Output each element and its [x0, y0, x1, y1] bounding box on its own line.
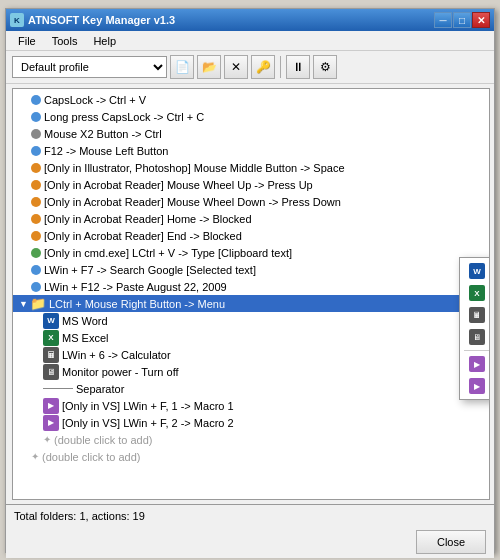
tree-row[interactable]: [Only in Acrobat Reader] Home -> Blocked	[13, 210, 489, 227]
settings-button[interactable]: ⚙	[313, 55, 337, 79]
app-icon: K	[10, 13, 24, 27]
ctx-macro2[interactable]: ▶ Macro 2	[460, 375, 489, 397]
delete-button[interactable]: ✕	[224, 55, 248, 79]
tree-row[interactable]: CapsLock -> Ctrl + V	[13, 91, 489, 108]
window-title: ATNSOFT Key Manager v1.3	[28, 14, 433, 26]
tree-row[interactable]: F12 -> Mouse Left Button	[13, 142, 489, 159]
macro2-icon: ▶	[468, 377, 486, 395]
excel-icon: X	[468, 284, 486, 302]
key-button[interactable]: 🔑	[251, 55, 275, 79]
tree-row-add-child[interactable]: ✦ (double click to add)	[13, 431, 489, 448]
status-text: Total folders: 1, actions: 19	[14, 510, 145, 522]
macro1-icon: ▶	[468, 355, 486, 373]
ctx-macro1[interactable]: ▶ Macro 1	[460, 353, 489, 375]
context-menu: W MS Word X MS Excel 🖩 Cal	[459, 257, 489, 400]
tree-row[interactable]: LWin + F7 -> Search Google [Selected tex…	[13, 261, 489, 278]
title-bar: K ATNSOFT Key Manager v1.3 ─ □ ✕	[6, 9, 494, 31]
open-button[interactable]: 📂	[197, 55, 221, 79]
ctx-ms-word[interactable]: W MS Word	[460, 260, 489, 282]
tree-row[interactable]: LWin + F12 -> Paste August 22, 2009	[13, 278, 489, 295]
tree-row-folder[interactable]: ▼ 📁 LCtrl + Mouse Right Button -> Menu	[13, 295, 489, 312]
new-button[interactable]: 📄	[170, 55, 194, 79]
toolbar-separator	[280, 56, 281, 78]
menu-tools[interactable]: Tools	[44, 33, 86, 49]
tree-row[interactable]: Long press CapsLock -> Ctrl + C	[13, 108, 489, 125]
ctx-separator	[464, 350, 489, 351]
tree-row[interactable]: [Only in Acrobat Reader] Mouse Wheel Up …	[13, 176, 489, 193]
menu-help[interactable]: Help	[85, 33, 124, 49]
profile-select[interactable]: Default profile	[12, 56, 167, 78]
main-area: CapsLock -> Ctrl + V Long press CapsLock…	[6, 84, 494, 504]
tree-row[interactable]: [Only in Illustrator, Photoshop] Mouse M…	[13, 159, 489, 176]
menu-bar: File Tools Help	[6, 31, 494, 51]
maximize-button[interactable]: □	[453, 12, 471, 28]
menu-file[interactable]: File	[10, 33, 44, 49]
tree-row-separator[interactable]: Separator	[13, 380, 489, 397]
tree-row[interactable]: 🖥 Monitor power - Turn off	[13, 363, 489, 380]
tree-row-add[interactable]: ✦ (double click to add)	[13, 448, 489, 465]
tree-inner: CapsLock -> Ctrl + V Long press CapsLock…	[13, 89, 489, 499]
tree-panel[interactable]: CapsLock -> Ctrl + V Long press CapsLock…	[12, 88, 490, 500]
main-window: K ATNSOFT Key Manager v1.3 ─ □ ✕ File To…	[5, 8, 495, 553]
tree-row[interactable]: X MS Excel	[13, 329, 489, 346]
word-icon: W	[468, 262, 486, 280]
monitor-icon: 🖥	[468, 328, 486, 346]
tree-row[interactable]: 🖩 LWin + 6 -> Calculator	[13, 346, 489, 363]
close-button[interactable]: Close	[416, 530, 486, 554]
tree-row[interactable]: [Only in Acrobat Reader] End -> Blocked	[13, 227, 489, 244]
ctx-monitor-power[interactable]: 🖥 Monitor power - Turn off	[460, 326, 489, 348]
status-bar: Total folders: 1, actions: 19	[6, 504, 494, 526]
pause-button[interactable]: ⏸	[286, 55, 310, 79]
ctx-ms-excel[interactable]: X MS Excel	[460, 282, 489, 304]
tree-row[interactable]: Mouse X2 Button -> Ctrl	[13, 125, 489, 142]
bottom-bar: Close	[6, 526, 494, 558]
tree-row[interactable]: W MS Word	[13, 312, 489, 329]
calc-icon: 🖩	[468, 306, 486, 324]
tree-row[interactable]: [Only in Acrobat Reader] Mouse Wheel Dow…	[13, 193, 489, 210]
ctx-calculator[interactable]: 🖩 Calculator	[460, 304, 489, 326]
tree-row[interactable]: ▶ [Only in VS] LWin + F, 1 -> Macro 1	[13, 397, 489, 414]
close-window-button[interactable]: ✕	[472, 12, 490, 28]
toolbar: Default profile 📄 📂 ✕ 🔑 ⏸ ⚙	[6, 51, 494, 84]
minimize-button[interactable]: ─	[434, 12, 452, 28]
tree-row[interactable]: [Only in cmd.exe] LCtrl + V -> Type [Cli…	[13, 244, 489, 261]
tree-row[interactable]: ▶ [Only in VS] LWin + F, 2 -> Macro 2	[13, 414, 489, 431]
